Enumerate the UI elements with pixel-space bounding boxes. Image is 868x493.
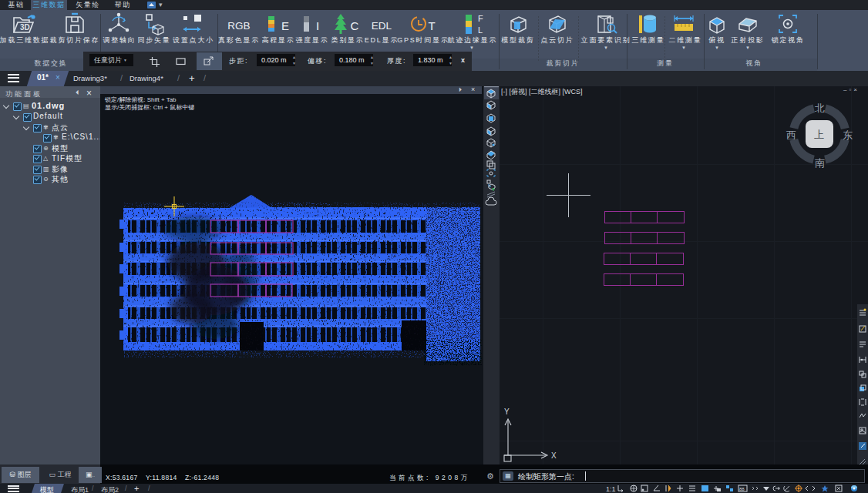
svg-text:T: T [428,19,435,32]
svg-text:F: F [478,14,483,23]
svg-text:E: E [281,19,289,32]
svg-text:I: I [316,19,319,32]
svg-text:Y: Y [504,407,510,416]
svg-text:C: C [351,19,359,32]
svg-text:3D: 3D [20,23,30,32]
svg-text:88: 88 [739,487,745,491]
svg-text:RGB: RGB [227,20,250,32]
svg-text:EDL: EDL [372,20,392,32]
svg-text:1:1: 1:1 [606,485,616,493]
svg-text:X: X [551,451,557,460]
svg-text:L: L [478,25,483,35]
